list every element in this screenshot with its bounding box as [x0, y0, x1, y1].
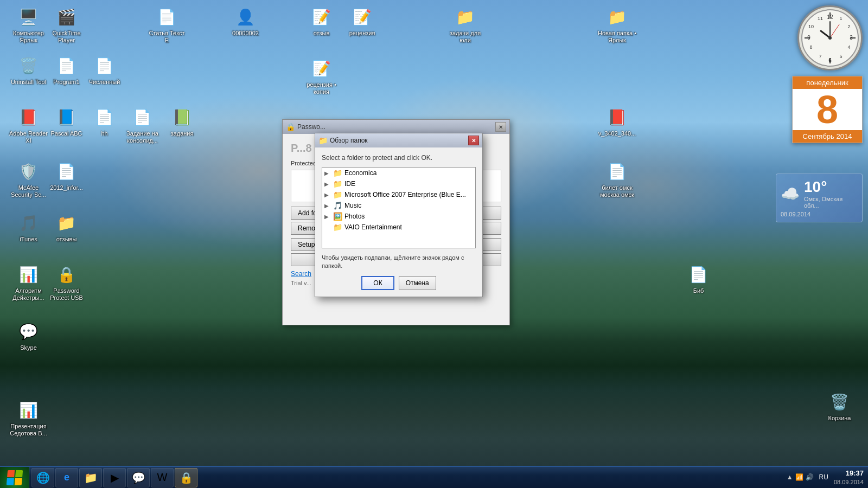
desktop-icon-quicktime[interactable]: 🎬 QuickTime Player	[46, 5, 87, 44]
svg-text:8: 8	[809, 44, 812, 50]
explorer-icon: 📁	[84, 471, 97, 484]
svg-text:6: 6	[828, 57, 832, 63]
search-link[interactable]: Search	[291, 270, 311, 278]
tray-network-icon[interactable]: 📶	[795, 473, 803, 481]
tree-item-photos[interactable]: ▶ 🖼️ Photos	[322, 211, 475, 222]
desktop-icon-recycle[interactable]: 🗑️ Корзина	[819, 390, 860, 422]
calendar-month-year: Сентябрь 2014	[793, 130, 862, 143]
folder-label: Economica	[344, 169, 473, 177]
taskbar-word[interactable]: W	[151, 468, 174, 487]
logo-green	[15, 470, 23, 477]
desktop-icon-bib[interactable]: 📄 Биб	[678, 263, 719, 294]
password-title-icon: 🔒	[286, 123, 295, 131]
desktop-icon-itunes[interactable]: 🎵 iTunes	[8, 211, 49, 243]
desktop-icon-chislenny[interactable]: 📄 Численный	[84, 54, 125, 86]
password-window-title: Passwo...	[297, 123, 326, 131]
weather-date: 08.09.2014	[781, 211, 858, 217]
desktop-icon-zadachi[interactable]: 📁 задачи для юли	[445, 5, 486, 44]
clock-face: 12 3 6 9 1 2 4 5 7 8 10 11	[800, 8, 860, 68]
tray-volume-icon[interactable]: 🔊	[806, 473, 814, 481]
tray-icons: ▲ 📶 🔊	[787, 473, 814, 481]
tree-item-music[interactable]: ▶ 🎵 Music	[322, 200, 475, 211]
calendar-header: понедельник	[793, 76, 862, 89]
clock-svg: 12 3 6 9 1 2 4 5 7 8 10 11	[800, 8, 860, 68]
folder-icon: 📁	[333, 179, 342, 188]
skype-icon: 💬	[132, 471, 145, 484]
desktop-icon-password-protect[interactable]: 🔒 Password Protect USB	[46, 263, 87, 301]
desktop-icon-2012[interactable]: 📄 2012_infor...	[46, 160, 87, 191]
browse-action-buttons: ОК Отмена	[322, 276, 476, 290]
tree-item-ide[interactable]: ▶ 📁 IDE	[322, 178, 475, 189]
desktop-icon-uninstall[interactable]: 🗑️ Uninstall Tool	[8, 54, 49, 86]
folder-label: Microsoft Office 2007 Enterprise (Blue E…	[344, 191, 473, 198]
folder-icon: 📁	[333, 169, 342, 177]
weather-icon: ☁️	[781, 185, 800, 203]
folder-icon: 📁	[333, 223, 342, 232]
taskbar-chrome[interactable]: 🌐	[31, 468, 54, 487]
tray-time-date[interactable]: 19:37 08.09.2014	[834, 468, 864, 487]
desktop-icon-pascal[interactable]: 📘 Pascal ABC	[46, 106, 87, 137]
tray-arrow-icon[interactable]: ▲	[787, 473, 793, 481]
browse-close-button[interactable]: ✕	[468, 136, 479, 145]
desktop-icon-otzyv[interactable]: 📝 отзыв	[301, 5, 342, 37]
taskbar-skype[interactable]: 💬	[127, 468, 150, 487]
weather-widget[interactable]: ☁️ 10° Омск, Омская обл... 08.09.2014	[776, 174, 863, 222]
desktop-icon-statya[interactable]: 📄 Статья Текст Е	[146, 5, 187, 44]
desktop-icon-computer[interactable]: 🖥️ Компьютер Ярлык	[8, 5, 49, 44]
folder-label: Photos	[344, 213, 473, 220]
desktop-icon-bilet[interactable]: 📄 билет омск москва омск	[597, 160, 637, 198]
browse-folder-tree[interactable]: ▶ 📁 Economica ▶ 📁 IDE ▶ 📁 Microsoft Offi…	[322, 167, 476, 248]
password-close-button[interactable]: ✕	[495, 122, 506, 132]
svg-text:11: 11	[818, 16, 823, 21]
taskbar-explorer[interactable]: 📁	[79, 468, 102, 487]
browse-dialog-content: Select a folder to protect and click OK.…	[315, 147, 482, 297]
desktop-icon-mcafee[interactable]: 🛡️ McAfee Security Sc...	[8, 160, 49, 198]
taskbar-password-protect[interactable]: 🔒	[175, 468, 197, 487]
taskbar-media[interactable]: ▶	[103, 468, 126, 487]
tray-date: 08.09.2014	[834, 478, 864, 486]
folder-label: Music	[344, 202, 473, 209]
svg-text:1: 1	[839, 16, 842, 21]
svg-point-20	[828, 36, 832, 40]
taskbar-ie[interactable]: e	[55, 468, 78, 487]
music-folder-icon: 🎵	[333, 201, 342, 210]
svg-text:4: 4	[847, 44, 850, 50]
svg-text:3: 3	[850, 35, 853, 41]
browse-note-text: Чтобы увидеть подпапки, щёлкните значок …	[322, 254, 476, 271]
desktop-icon-v3402[interactable]: 📕 v_3402_340...	[597, 106, 637, 137]
calendar-widget[interactable]: понедельник 8 Сентябрь 2014	[792, 76, 863, 143]
desktop-icon-adobe[interactable]: 📕 Adobe Reader XI	[8, 106, 49, 144]
tree-item-vaio[interactable]: 📁 VAIO Entertainment	[322, 222, 475, 233]
desktop: 🖥️ Компьютер Ярлык 🎬 QuickTime Player 📄 …	[0, 0, 868, 488]
windows-logo	[6, 470, 22, 485]
desktop-icon-recenziya-kopiya[interactable]: 📝 рецензия • копия	[301, 57, 342, 95]
system-tray: ▲ 📶 🔊 RU 19:37 08.09.2014	[787, 468, 868, 487]
desktop-icon-recenziya[interactable]: 📝 рецензия	[342, 5, 382, 37]
word-icon: W	[156, 471, 169, 484]
folder-label: IDE	[344, 180, 473, 188]
browse-cancel-button[interactable]: Отмена	[399, 276, 436, 290]
tray-language[interactable]: RU	[817, 473, 831, 481]
desktop-icon-00000002[interactable]: 👤 00000002	[225, 5, 266, 37]
desktop-icon-hh[interactable]: 📄 hh	[84, 106, 125, 137]
desktop-icon-prezentaciya[interactable]: 📊 Презентация Седотова В...	[8, 399, 49, 437]
svg-text:7: 7	[819, 54, 821, 59]
clock-widget[interactable]: 12 3 6 9 1 2 4 5 7 8 10 11	[797, 5, 863, 70]
desktop-icon-novaya[interactable]: 📁 Новая папка • Ярлык	[597, 5, 637, 44]
tree-item-msoffice[interactable]: ▶ 📁 Microsoft Office 2007 Enterprise (Bl…	[322, 189, 475, 200]
desktop-icon-program1[interactable]: 📄 Program1	[46, 54, 87, 86]
tray-time: 19:37	[834, 468, 864, 478]
tree-item-economica[interactable]: ▶ 📁 Economica	[322, 168, 475, 178]
desktop-icon-skype[interactable]: 💬 Skype	[8, 320, 49, 351]
calendar-day-name: понедельник	[806, 79, 848, 87]
browse-folder-dialog[interactable]: 📁 Обзор папок ✕ Select a folder to prote…	[315, 133, 483, 297]
desktop-icon-zadanie[interactable]: 📄 Задание на консолид...	[122, 106, 163, 144]
desktop-icon-zadaniya[interactable]: 📗 задания	[162, 106, 202, 137]
start-button[interactable]	[0, 467, 29, 489]
chrome-icon: 🌐	[36, 471, 49, 484]
weather-temperature: 10°	[804, 178, 858, 196]
browse-ok-button[interactable]: ОК	[361, 276, 394, 290]
desktop-icon-otzyvy[interactable]: 📁 отзывы	[46, 211, 87, 243]
desktop-icon-algoritm[interactable]: 📊 Алгоритм Дейкстры...	[8, 263, 49, 301]
media-icon: ▶	[108, 471, 121, 484]
